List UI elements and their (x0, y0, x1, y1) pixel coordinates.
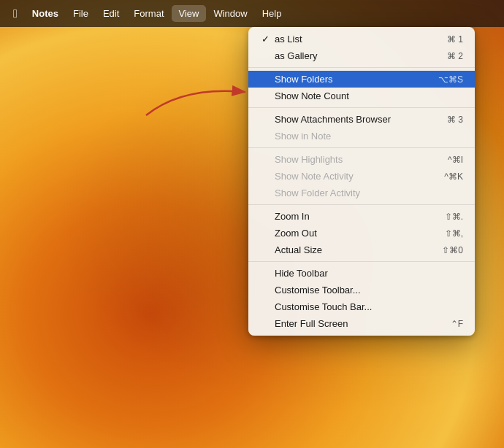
show-attachments-browser-shortcut: ⌘ 3 (447, 115, 463, 125)
as-gallery-label: as Gallery (275, 50, 318, 61)
menu-help[interactable]: Help (255, 5, 289, 22)
show-folder-activity-label: Show Folder Activity (275, 188, 360, 198)
zoom-in-label: Zoom In (275, 211, 310, 222)
menu-item-show-note-activity[interactable]: Show Note Activity ^⌘K (248, 168, 475, 185)
show-in-note-label: Show in Note (275, 131, 331, 142)
as-list-shortcut: ⌘ 1 (447, 34, 463, 45)
show-highlights-label: Show Highlights (275, 154, 343, 165)
menu-item-zoom-out[interactable]: Zoom Out ⇧⌘, (248, 225, 475, 242)
separator-2 (248, 107, 475, 108)
menu-item-enter-full-screen[interactable]: Enter Full Screen ⌃F (248, 315, 475, 332)
menu-item-show-note-count[interactable]: Show Note Count (248, 88, 475, 104)
menu-item-hide-toolbar[interactable]: Hide Toolbar (248, 265, 475, 282)
actual-size-shortcut: ⇧⌘0 (442, 245, 463, 255)
show-note-count-label: Show Note Count (275, 90, 349, 101)
menu-item-show-folder-activity[interactable]: Show Folder Activity (248, 185, 475, 201)
show-folders-shortcut: ⌥⌘S (438, 74, 463, 85)
menu-item-customise-touch-bar[interactable]: Customise Touch Bar... (248, 298, 475, 315)
menu-item-actual-size[interactable]: Actual Size ⇧⌘0 (248, 242, 475, 258)
menu-item-as-gallery[interactable]: as Gallery ⌘ 2 (248, 47, 475, 64)
as-gallery-shortcut: ⌘ 2 (447, 51, 463, 61)
menu-item-zoom-in[interactable]: Zoom In ⇧⌘. (248, 208, 475, 225)
view-dropdown-menu: ✓ as List ⌘ 1 as Gallery ⌘ 2 Show Folder… (248, 27, 475, 336)
separator-3 (248, 147, 475, 148)
apple-menu[interactable]:  (6, 4, 25, 23)
menu-item-as-list[interactable]: ✓ as List ⌘ 1 (248, 31, 475, 47)
zoom-out-shortcut: ⇧⌘, (445, 228, 463, 239)
menu-notes[interactable]: Notes (25, 5, 66, 22)
menu-item-show-in-note[interactable]: Show in Note (248, 128, 475, 144)
zoom-in-shortcut: ⇧⌘. (445, 212, 463, 222)
show-note-activity-shortcut: ^⌘K (444, 171, 463, 182)
menu-item-show-attachments-browser[interactable]: Show Attachments Browser ⌘ 3 (248, 111, 475, 128)
hide-toolbar-label: Hide Toolbar (275, 268, 328, 279)
customise-touch-bar-label: Customise Touch Bar... (275, 301, 372, 312)
actual-size-label: Actual Size (275, 244, 322, 255)
enter-full-screen-label: Enter Full Screen (275, 318, 348, 329)
separator-4 (248, 204, 475, 205)
customise-toolbar-label: Customise Toolbar... (275, 285, 361, 296)
menu-window[interactable]: Window (206, 5, 254, 22)
menu-item-show-highlights[interactable]: Show Highlights ^⌘I (248, 151, 475, 168)
show-highlights-shortcut: ^⌘I (448, 155, 463, 165)
show-attachments-browser-label: Show Attachments Browser (275, 114, 391, 125)
menu-bar:  Notes File Edit Format View Window Hel… (0, 0, 504, 27)
separator-1 (248, 67, 475, 68)
menu-file[interactable]: File (66, 5, 96, 22)
as-list-label: as List (275, 34, 302, 45)
show-folders-label: Show Folders (275, 74, 332, 85)
checkmark-as-list: ✓ (260, 34, 270, 45)
show-note-activity-label: Show Note Activity (275, 171, 354, 182)
zoom-out-label: Zoom Out (275, 228, 317, 239)
separator-5 (248, 261, 475, 262)
menu-item-customise-toolbar[interactable]: Customise Toolbar... (248, 282, 475, 298)
menu-format[interactable]: Format (126, 5, 171, 22)
menu-view[interactable]: View (172, 5, 207, 22)
enter-full-screen-shortcut: ⌃F (451, 319, 463, 329)
menu-edit[interactable]: Edit (96, 5, 126, 22)
menu-item-show-folders[interactable]: Show Folders ⌥⌘S (248, 71, 475, 88)
